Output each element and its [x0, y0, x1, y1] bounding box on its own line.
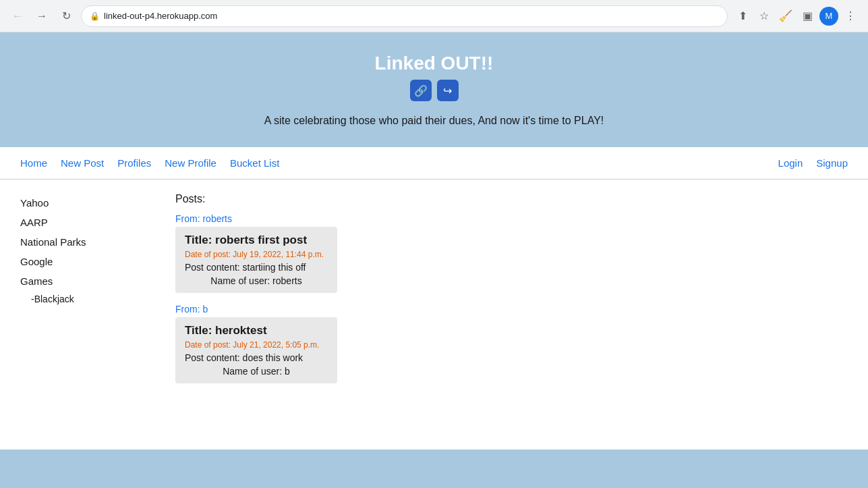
sidebar-item-google[interactable]: Google — [20, 252, 155, 271]
url-text: linked-out-p4.herokuapp.com — [104, 11, 217, 21]
post-content-1: Post content: does this work — [185, 352, 328, 363]
nav-links: Home New Post Profiles New Profile Bucke… — [20, 157, 778, 169]
nav-home[interactable]: Home — [20, 157, 47, 169]
page: Linked OUT!! 🔗 ↪ A site celebrating thos… — [0, 32, 868, 488]
header-icons: 🔗 ↪ — [0, 80, 868, 101]
post-item-1: From: b Title: heroktest Date of post: J… — [175, 304, 848, 383]
post-content-0: Post content: startiing this off — [185, 262, 328, 273]
extensions-button[interactable]: 🧹 — [776, 7, 795, 26]
post-title-0: Title: roberts first post — [185, 234, 328, 247]
lock-icon: 🔒 — [90, 11, 100, 21]
post-card-1: Title: heroktest Date of post: July 21, … — [175, 317, 337, 383]
nav-auth: Login Signup — [778, 157, 848, 169]
posts-label: Posts: — [175, 193, 848, 205]
link-icon: 🔗 — [414, 84, 428, 97]
sidebar-item-games[interactable]: Games — [20, 271, 155, 291]
browser-chrome: ← → ↻ 🔒 linked-out-p4.herokuapp.com ⬆ ☆ … — [0, 0, 868, 32]
sidebar-item-yahoo[interactable]: Yahoo — [20, 193, 155, 213]
sidebar-item-national-parks[interactable]: National Parks — [20, 232, 155, 252]
share-icon: ↪ — [443, 84, 452, 97]
share-icon-button[interactable]: ↪ — [437, 80, 459, 101]
nav-new-profile[interactable]: New Profile — [165, 157, 216, 169]
forward-button[interactable]: → — [32, 7, 51, 26]
nav-new-post[interactable]: New Post — [61, 157, 104, 169]
split-view-button[interactable]: ▣ — [798, 7, 817, 26]
sidebar-item-aarp[interactable]: AARP — [20, 213, 155, 232]
main-content: Yahoo AARP National Parks Google Games -… — [0, 180, 868, 450]
post-card-0: Title: roberts first post Date of post: … — [175, 227, 337, 293]
nav-bucket-list[interactable]: Bucket List — [230, 157, 279, 169]
back-button[interactable]: ← — [8, 7, 27, 26]
post-from-link-1[interactable]: From: b — [175, 304, 848, 315]
sidebar: Yahoo AARP National Parks Google Games -… — [20, 193, 155, 436]
link-icon-button[interactable]: 🔗 — [410, 80, 432, 101]
nav-profiles[interactable]: Profiles — [117, 157, 151, 169]
post-user-0: Name of user: roberts — [185, 275, 328, 286]
reload-button[interactable]: ↻ — [57, 7, 76, 26]
bookmark-button[interactable]: ☆ — [755, 7, 774, 26]
site-title: Linked OUT!! — [0, 53, 868, 74]
sidebar-sub-blackjack[interactable]: -Blackjack — [20, 291, 155, 307]
address-bar[interactable]: 🔒 linked-out-p4.herokuapp.com — [81, 5, 728, 27]
posts-area: Posts: From: roberts Title: roberts firs… — [175, 193, 848, 436]
nav-signup[interactable]: Signup — [816, 157, 848, 169]
share-button[interactable]: ⬆ — [733, 7, 752, 26]
post-title-1: Title: heroktest — [185, 324, 328, 337]
nav-bar: Home New Post Profiles New Profile Bucke… — [0, 147, 868, 180]
post-from-link-0[interactable]: From: roberts — [175, 213, 848, 224]
menu-button[interactable]: ⋮ — [841, 7, 860, 26]
profile-avatar[interactable]: M — [819, 7, 838, 26]
browser-actions: ⬆ ☆ 🧹 ▣ M ⋮ — [733, 7, 860, 26]
post-date-1: Date of post: July 21, 2022, 5:05 p.m. — [185, 340, 328, 350]
site-tagline: A site celebrating those who paid their … — [0, 115, 868, 127]
nav-login[interactable]: Login — [778, 157, 803, 169]
post-item-0: From: roberts Title: roberts first post … — [175, 213, 848, 293]
post-date-0: Date of post: July 19, 2022, 11:44 p.m. — [185, 250, 328, 259]
post-user-1: Name of user: b — [185, 366, 328, 377]
site-header: Linked OUT!! 🔗 ↪ A site celebrating thos… — [0, 32, 868, 147]
